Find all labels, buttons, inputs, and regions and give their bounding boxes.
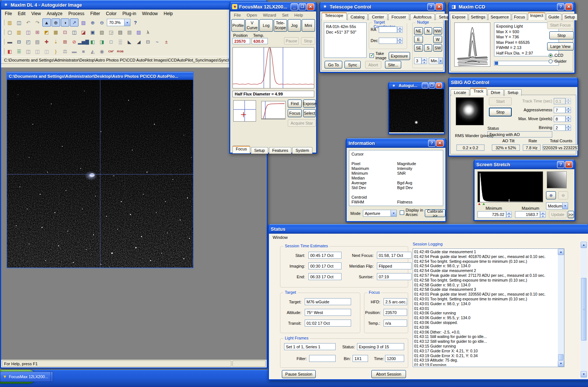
menu-item[interactable]: File	[231, 12, 244, 18]
tab-center[interactable]: Center	[368, 14, 387, 20]
tab-focuser[interactable]: Focuser	[388, 14, 410, 20]
abort-session-button[interactable]: Abort Session	[371, 370, 406, 378]
expand-button[interactable]: >>	[568, 211, 574, 218]
scroll-down-icon[interactable]	[558, 360, 564, 367]
max-move-input[interactable]: 8	[554, 116, 566, 122]
zoom-combo-arrow[interactable]	[124, 19, 130, 26]
track-time-input[interactable]: 0.1	[554, 98, 566, 104]
align-images-icon[interactable]: ◫	[24, 47, 32, 55]
mirror-icon[interactable]: ◨	[98, 38, 106, 46]
focusmax-toolbar-button[interactable]: Log	[259, 19, 273, 32]
expose-button[interactable]: Expose	[303, 100, 316, 108]
menu-item[interactable]: Help	[291, 12, 306, 18]
taskbar-item-focusmax[interactable]: ▼ FocusMax 12LX200...	[0, 372, 51, 382]
nudge-sw-button[interactable]: SW	[433, 44, 442, 52]
crop-icon[interactable]: ◰	[24, 38, 32, 46]
cmy-icon[interactable]: CM°	[107, 47, 115, 55]
menu-item[interactable]: Color	[103, 10, 120, 17]
close-button[interactable]	[307, 3, 314, 10]
help-button[interactable]	[427, 3, 435, 10]
tab-system[interactable]: System	[292, 147, 312, 154]
aggressiveness-input[interactable]: 7	[554, 107, 566, 113]
binning-input[interactable]: 2	[554, 125, 566, 131]
tab-catalog[interactable]: Catalog	[347, 14, 368, 20]
information-toggle-icon[interactable]: ⊕	[52, 18, 60, 27]
maximum-slider-handle[interactable]: ▲	[482, 202, 486, 206]
nudge-amount-input[interactable]: 3	[414, 57, 421, 64]
minimize-button[interactable]	[291, 3, 298, 10]
properties-icon[interactable]: ▨	[134, 28, 143, 36]
print-icon[interactable]: ▤	[116, 28, 125, 36]
focusmax-toolbar-button[interactable]: Profile	[231, 19, 245, 32]
stop-tracking-button[interactable]: Stop	[489, 108, 512, 116]
focusmax-titlebar[interactable]: ▼ FocusMax 12LX200...	[230, 2, 316, 11]
nudge-nw-button[interactable]: NW	[433, 27, 442, 35]
menu-item[interactable]: Edit	[15, 10, 28, 17]
levels-icon[interactable]: ◢	[134, 38, 143, 46]
stack-icon[interactable]: ◉	[98, 47, 106, 55]
nudge-n-button[interactable]: N	[424, 27, 432, 35]
nudge-s-button[interactable]: S	[424, 44, 432, 52]
zoom-level-combo[interactable]: 70.3%	[107, 19, 130, 26]
sbig-ao-titlebar[interactable]: SBIG AO Control	[449, 77, 577, 87]
close-button[interactable]	[436, 140, 444, 147]
goto-button[interactable]: Go To	[325, 61, 342, 69]
tab-expose[interactable]: Expose	[450, 14, 468, 20]
maximize-button[interactable]	[299, 3, 306, 10]
focusmax-toolbar-button[interactable]: V Curve	[245, 19, 259, 32]
nudge-se-button[interactable]: SE	[414, 44, 423, 52]
help-button[interactable]	[428, 140, 435, 147]
tab-track[interactable]: Track	[470, 88, 487, 95]
save-icon[interactable]: ◫	[15, 18, 23, 27]
tab-setup[interactable]: Setup	[562, 14, 577, 20]
find-button[interactable]: Find	[288, 100, 302, 108]
zoom-out-icon[interactable]: ⊖	[98, 18, 106, 27]
rgb-icon[interactable]: RGB	[116, 47, 125, 55]
autoguider-starfield[interactable]	[389, 89, 444, 132]
image-window-titlebar[interactable]: C:\Documents and Settings\Administrator\…	[7, 72, 193, 80]
menu-item[interactable]: View	[28, 10, 44, 17]
image-sequence-icon[interactable]: ◫	[33, 47, 42, 55]
tab-autofocus[interactable]: Autofocus	[410, 14, 435, 20]
stop-button[interactable]: Stop	[301, 37, 315, 45]
starfield-image[interactable]	[7, 80, 193, 268]
start-tracking-button[interactable]: Start	[489, 97, 512, 105]
print-setup-icon[interactable]: ▤	[125, 28, 134, 36]
flip-icon[interactable]: ◧	[88, 38, 97, 46]
nudge-unit-dropdown[interactable]: Min.	[429, 57, 443, 64]
brace-icon[interactable]: }	[52, 47, 60, 55]
curves-icon[interactable]: ◣	[125, 38, 134, 46]
site-button[interactable]: Site...	[385, 61, 401, 69]
max-move-spinner[interactable]	[566, 116, 571, 122]
stop-button[interactable]: Stop	[549, 31, 574, 39]
color-balance-icon[interactable]: ⚖	[61, 47, 69, 55]
open-file-icon[interactable]: ▥	[15, 28, 23, 36]
zoom-in-icon[interactable]: ⊕	[88, 18, 97, 27]
close-button[interactable]	[436, 83, 442, 88]
tab-setup[interactable]: Setup	[504, 89, 522, 96]
close-button[interactable]	[565, 3, 573, 10]
binning-spinner[interactable]	[566, 125, 571, 131]
tab-focus[interactable]: Focus	[512, 14, 527, 20]
run-script-icon[interactable]: λ	[144, 28, 152, 36]
scroll-up-icon[interactable]	[558, 249, 564, 255]
camera-control-icon[interactable]: ▦	[52, 28, 60, 36]
background-color-icon[interactable]: ■	[79, 47, 88, 55]
menu-item[interactable]: File	[2, 10, 15, 17]
undo-icon[interactable]: ↶	[24, 18, 32, 27]
pause-session-button[interactable]: Pause Session	[282, 370, 316, 378]
autoguider-titlebar[interactable]: ✶ Autogui...	[389, 82, 444, 89]
minimum-input[interactable]: 725.02	[477, 211, 506, 218]
import-images-icon[interactable]: ◩	[42, 28, 51, 36]
gamma-icon[interactable]: ⊟	[144, 38, 152, 46]
minimize-button[interactable]	[422, 83, 428, 88]
screen-stretch-titlebar[interactable]: Screen Stretch	[475, 160, 574, 169]
take-image-checkbox[interactable]	[370, 53, 374, 58]
minimum-slider-handle[interactable]: ▲	[477, 202, 481, 206]
menu-item[interactable]: Analyze	[44, 10, 66, 17]
cursor-mode-toggle-icon[interactable]: ↗	[70, 18, 78, 27]
tab-telescope[interactable]: Telescope	[322, 12, 347, 20]
animate-icon[interactable]: ◫	[42, 47, 51, 55]
log-scrollbar-thumb[interactable]	[558, 354, 564, 360]
export-icon[interactable]: ▧	[98, 28, 106, 36]
